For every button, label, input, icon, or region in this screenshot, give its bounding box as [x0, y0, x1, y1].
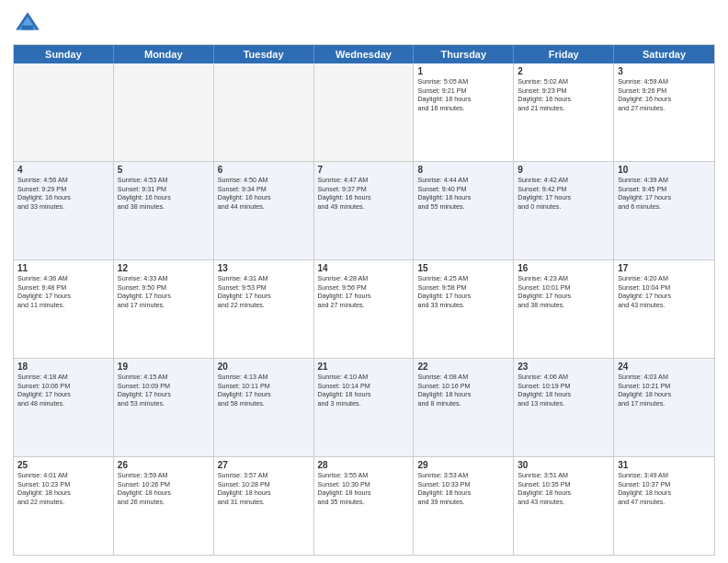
svg-rect-2	[22, 26, 34, 30]
day-number: 14	[318, 263, 410, 273]
day-cell-23: 23Sunrise: 4:06 AMSunset: 10:19 PMDaylig…	[514, 359, 614, 456]
calendar-row-3: 18Sunrise: 4:18 AMSunset: 10:06 PMDaylig…	[14, 359, 714, 457]
day-number: 26	[118, 460, 210, 470]
day-cell-15: 15Sunrise: 4:25 AMSunset: 9:58 PMDayligh…	[414, 260, 514, 358]
day-header-tuesday: Tuesday	[214, 45, 314, 63]
day-number: 18	[17, 362, 109, 372]
day-info: Sunrise: 4:33 AMSunset: 9:50 PMDaylight:…	[118, 274, 210, 310]
day-info: Sunrise: 4:01 AMSunset: 10:23 PMDaylight…	[17, 471, 109, 507]
day-info: Sunrise: 3:55 AMSunset: 10:30 PMDaylight…	[318, 471, 410, 507]
day-header-thursday: Thursday	[414, 45, 514, 63]
day-number: 11	[17, 263, 109, 273]
day-info: Sunrise: 4:28 AMSunset: 9:56 PMDaylight:…	[318, 274, 410, 310]
day-cell-14: 14Sunrise: 4:28 AMSunset: 9:56 PMDayligh…	[314, 260, 415, 358]
day-info: Sunrise: 5:02 AMSunset: 9:23 PMDaylight:…	[518, 77, 609, 113]
day-number: 27	[218, 460, 310, 470]
day-number: 30	[518, 460, 609, 470]
day-info: Sunrise: 4:36 AMSunset: 9:48 PMDaylight:…	[17, 274, 109, 310]
day-info: Sunrise: 3:57 AMSunset: 10:28 PMDaylight…	[218, 471, 310, 507]
day-info: Sunrise: 4:50 AMSunset: 9:34 PMDaylight:…	[218, 176, 310, 212]
day-cell-13: 13Sunrise: 4:31 AMSunset: 9:53 PMDayligh…	[214, 260, 314, 358]
empty-cell-r0c3	[314, 63, 415, 161]
day-number: 7	[318, 165, 410, 175]
day-cell-21: 21Sunrise: 4:10 AMSunset: 10:14 PMDaylig…	[314, 359, 415, 456]
day-cell-2: 2Sunrise: 5:02 AMSunset: 9:23 PMDaylight…	[514, 63, 614, 161]
day-number: 25	[17, 460, 109, 470]
day-info: Sunrise: 4:15 AMSunset: 10:09 PMDaylight…	[118, 373, 210, 408]
day-cell-7: 7Sunrise: 4:47 AMSunset: 9:37 PMDaylight…	[314, 162, 415, 259]
day-number: 23	[518, 362, 609, 372]
day-cell-25: 25Sunrise: 4:01 AMSunset: 10:23 PMDaylig…	[14, 457, 114, 555]
day-info: Sunrise: 4:06 AMSunset: 10:19 PMDaylight…	[518, 373, 609, 408]
day-info: Sunrise: 4:08 AMSunset: 10:16 PMDaylight…	[417, 373, 509, 408]
day-number: 2	[518, 66, 609, 76]
empty-cell-r0c2	[214, 63, 314, 161]
day-number: 24	[618, 362, 711, 372]
calendar-row-0: 1Sunrise: 5:05 AMSunset: 9:21 PMDaylight…	[14, 63, 714, 162]
day-number: 21	[318, 362, 410, 372]
day-number: 19	[118, 362, 210, 372]
day-header-sunday: Sunday	[14, 45, 114, 63]
calendar: SundayMondayTuesdayWednesdayThursdayFrid…	[13, 44, 715, 556]
day-cell-28: 28Sunrise: 3:55 AMSunset: 10:30 PMDaylig…	[314, 457, 415, 555]
day-number: 13	[218, 263, 310, 273]
day-info: Sunrise: 4:18 AMSunset: 10:06 PMDaylight…	[17, 373, 109, 408]
calendar-header: SundayMondayTuesdayWednesdayThursdayFrid…	[14, 45, 714, 63]
day-number: 31	[618, 460, 711, 470]
day-info: Sunrise: 4:59 AMSunset: 9:26 PMDaylight:…	[618, 77, 711, 113]
day-number: 6	[218, 165, 310, 175]
day-cell-6: 6Sunrise: 4:50 AMSunset: 9:34 PMDaylight…	[214, 162, 314, 259]
day-info: Sunrise: 4:20 AMSunset: 10:04 PMDaylight…	[618, 274, 711, 310]
day-info: Sunrise: 5:05 AMSunset: 9:21 PMDaylight:…	[417, 77, 509, 113]
day-number: 8	[417, 165, 509, 175]
day-number: 3	[618, 66, 711, 76]
day-number: 28	[318, 460, 410, 470]
day-info: Sunrise: 4:23 AMSunset: 10:01 PMDaylight…	[518, 274, 609, 310]
day-cell-12: 12Sunrise: 4:33 AMSunset: 9:50 PMDayligh…	[114, 260, 214, 358]
day-number: 12	[118, 263, 210, 273]
day-cell-31: 31Sunrise: 3:49 AMSunset: 10:37 PMDaylig…	[614, 457, 714, 555]
day-info: Sunrise: 4:53 AMSunset: 9:31 PMDaylight:…	[118, 176, 210, 212]
day-info: Sunrise: 3:59 AMSunset: 10:26 PMDaylight…	[118, 471, 210, 507]
day-header-monday: Monday	[114, 45, 214, 63]
day-header-friday: Friday	[514, 45, 614, 63]
day-cell-30: 30Sunrise: 3:51 AMSunset: 10:35 PMDaylig…	[514, 457, 614, 555]
calendar-body: 1Sunrise: 5:05 AMSunset: 9:21 PMDaylight…	[14, 63, 714, 555]
day-number: 4	[17, 165, 109, 175]
empty-cell-r0c1	[114, 63, 214, 161]
page: SundayMondayTuesdayWednesdayThursdayFrid…	[0, 0, 728, 563]
day-info: Sunrise: 4:42 AMSunset: 9:42 PMDaylight:…	[518, 176, 609, 212]
day-info: Sunrise: 4:56 AMSunset: 9:29 PMDaylight:…	[17, 176, 109, 212]
day-number: 1	[417, 66, 509, 76]
day-number: 5	[118, 165, 210, 175]
day-cell-24: 24Sunrise: 4:03 AMSunset: 10:21 PMDaylig…	[614, 359, 714, 456]
day-info: Sunrise: 4:44 AMSunset: 9:40 PMDaylight:…	[417, 176, 509, 212]
day-cell-19: 19Sunrise: 4:15 AMSunset: 10:09 PMDaylig…	[114, 359, 214, 456]
day-number: 29	[417, 460, 509, 470]
day-number: 10	[618, 165, 711, 175]
day-cell-11: 11Sunrise: 4:36 AMSunset: 9:48 PMDayligh…	[14, 260, 114, 358]
day-cell-9: 9Sunrise: 4:42 AMSunset: 9:42 PMDaylight…	[514, 162, 614, 259]
day-number: 16	[518, 263, 609, 273]
day-header-saturday: Saturday	[614, 45, 714, 63]
calendar-row-1: 4Sunrise: 4:56 AMSunset: 9:29 PMDaylight…	[14, 162, 714, 260]
day-number: 20	[218, 362, 310, 372]
day-cell-27: 27Sunrise: 3:57 AMSunset: 10:28 PMDaylig…	[214, 457, 314, 555]
day-info: Sunrise: 3:49 AMSunset: 10:37 PMDaylight…	[618, 471, 711, 507]
calendar-row-2: 11Sunrise: 4:36 AMSunset: 9:48 PMDayligh…	[14, 260, 714, 359]
day-cell-16: 16Sunrise: 4:23 AMSunset: 10:01 PMDaylig…	[514, 260, 614, 358]
day-cell-18: 18Sunrise: 4:18 AMSunset: 10:06 PMDaylig…	[14, 359, 114, 456]
logo	[13, 9, 46, 39]
day-cell-8: 8Sunrise: 4:44 AMSunset: 9:40 PMDaylight…	[414, 162, 514, 259]
day-header-wednesday: Wednesday	[314, 45, 415, 63]
day-info: Sunrise: 4:10 AMSunset: 10:14 PMDaylight…	[318, 373, 410, 408]
day-cell-4: 4Sunrise: 4:56 AMSunset: 9:29 PMDaylight…	[14, 162, 114, 259]
day-info: Sunrise: 4:39 AMSunset: 9:45 PMDaylight:…	[618, 176, 711, 212]
day-info: Sunrise: 4:31 AMSunset: 9:53 PMDaylight:…	[218, 274, 310, 310]
day-cell-17: 17Sunrise: 4:20 AMSunset: 10:04 PMDaylig…	[614, 260, 714, 358]
day-info: Sunrise: 4:03 AMSunset: 10:21 PMDaylight…	[618, 373, 711, 408]
empty-cell-r0c0	[14, 63, 114, 161]
day-number: 9	[518, 165, 609, 175]
calendar-row-4: 25Sunrise: 4:01 AMSunset: 10:23 PMDaylig…	[14, 457, 714, 555]
day-cell-3: 3Sunrise: 4:59 AMSunset: 9:26 PMDaylight…	[614, 63, 714, 161]
